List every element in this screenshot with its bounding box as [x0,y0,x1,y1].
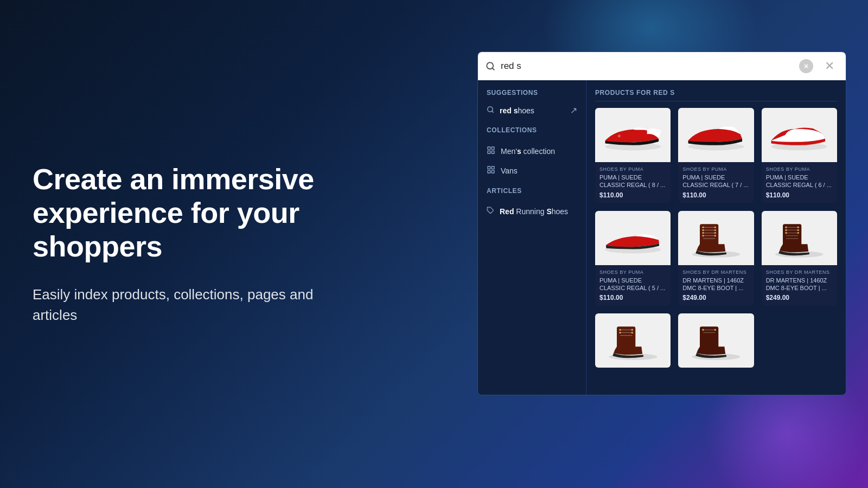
product-name-2: PUMA | SUEDE CLASSIC REGAL ( 7 / ... [682,174,749,189]
svg-point-52 [631,329,633,331]
svg-rect-5 [492,147,494,150]
product-name-5: DR MARTENS | 1460Z DMC 8-EYE BOOT | ... [682,277,749,292]
suggestion-text: red shoes [500,106,534,115]
product-price-2: $110.00 [682,191,749,199]
suggestion-arrow-icon: ↗ [570,105,577,115]
product-card-2[interactable]: SHOES BY PUMA PUMA | SUEDE CLASSIC REGAL… [678,108,754,203]
svg-point-14 [617,134,620,137]
product-info-4: SHOES BY PUMA PUMA | SUEDE CLASSIC REGAL… [595,265,671,306]
collection-mens-label: Men's collection [501,147,555,156]
product-name-6: DR MARTENS | 1460Z DMC 8-EYE BOOT | ... [766,277,833,292]
svg-point-27 [702,229,704,230]
collection-item-mens[interactable]: Men's collection [478,142,586,161]
article-item-red-running[interactable]: Red Running Shoes [478,202,586,220]
right-column: Products for red s [586,80,846,395]
collection-item-vans[interactable]: Vans [478,161,586,181]
search-body: Suggestions red shoes ↗ Collections [478,80,846,395]
articles-title: Articles [478,187,586,199]
svg-point-30 [714,232,716,233]
product-image-6 [762,211,837,265]
search-bar: × ✕ [478,52,846,80]
svg-point-25 [702,226,704,228]
sub-heading: Easily index products, collections, page… [33,285,347,325]
search-icon [486,61,495,71]
svg-point-60 [714,329,716,331]
products-grid: SHOES BY PUMA PUMA | SUEDE CLASSIC REGAL… [595,108,837,368]
svg-rect-11 [492,170,494,173]
product-brand-6: SHOES BY DR MARTENS [766,269,833,275]
product-card-8[interactable] [678,313,754,368]
collection-grid-icon [487,146,495,157]
suggestions-title: Suggestions [478,89,586,101]
product-image-8 [678,313,754,368]
product-price-1: $110.00 [599,191,666,199]
product-image-3 [762,108,837,162]
svg-point-42 [786,229,787,230]
product-info-6: SHOES BY DR MARTENS DR MARTENS | 1460Z D… [762,265,837,306]
svg-point-51 [619,329,621,331]
product-brand-2: SHOES BY PUMA [682,166,749,172]
product-price-3: $110.00 [766,191,833,199]
suggestion-item[interactable]: red shoes ↗ [478,101,586,120]
svg-point-40 [786,226,787,228]
svg-line-3 [492,111,494,113]
product-card-3[interactable]: SHOES BY PUMA PUMA | SUEDE CLASSIC REGAL… [762,108,837,203]
product-info-2: SHOES BY PUMA PUMA | SUEDE CLASSIC REGAL… [678,162,754,203]
svg-point-44 [786,232,787,233]
product-brand-1: SHOES BY PUMA [599,166,666,172]
svg-rect-10 [488,170,490,173]
product-brand-4: SHOES BY PUMA [599,269,666,275]
svg-point-26 [714,226,716,228]
product-image-7 [595,313,671,368]
svg-point-41 [797,226,799,228]
svg-rect-8 [488,166,490,169]
product-card-4[interactable]: SHOES BY PUMA PUMA | SUEDE CLASSIC REGAL… [595,211,671,306]
article-red-running-label: Red Running Shoes [500,207,568,216]
product-image-5 [678,211,754,265]
products-title: Products for red s [595,89,837,101]
svg-point-31 [702,235,704,236]
collection-vans-label: Vans [501,166,518,175]
svg-point-29 [702,232,704,233]
search-clear-button[interactable]: × [799,59,813,73]
svg-line-1 [492,68,494,69]
product-price-6: $249.00 [766,294,833,301]
search-close-button[interactable]: ✕ [821,57,838,75]
product-info-1: SHOES BY PUMA PUMA | SUEDE CLASSIC REGAL… [595,162,671,203]
svg-point-43 [797,229,799,230]
search-input[interactable] [501,61,794,72]
svg-point-59 [702,329,704,331]
product-card-1[interactable]: SHOES BY PUMA PUMA | SUEDE CLASSIC REGAL… [595,108,671,203]
svg-rect-6 [488,151,490,153]
product-card-6[interactable]: SHOES BY DR MARTENS DR MARTENS | 1460Z D… [762,211,837,306]
svg-point-45 [797,232,799,233]
svg-point-54 [631,332,633,333]
product-brand-5: SHOES BY DR MARTENS [682,269,749,275]
product-image-2 [678,108,754,162]
left-column: Suggestions red shoes ↗ Collections [478,80,586,395]
product-name-3: PUMA | SUEDE CLASSIC REGAL ( 6 / ... [766,174,833,189]
product-image-1 [595,108,671,162]
product-card-5[interactable]: SHOES BY DR MARTENS DR MARTENS | 1460Z D… [678,211,754,306]
product-brand-3: SHOES BY PUMA [766,166,833,172]
collection-grid-icon-2 [487,165,495,176]
product-card-7[interactable] [595,313,671,368]
left-panel: Create an immersive experience for your … [33,162,347,326]
suggestion-search-icon [487,106,494,115]
product-name-1: PUMA | SUEDE CLASSIC REGAL ( 8 / ... [599,174,666,189]
product-name-4: PUMA | SUEDE CLASSIC REGAL ( 5 / ... [599,277,666,292]
product-price-4: $110.00 [599,294,666,301]
svg-point-53 [619,332,621,333]
product-info-5: SHOES BY DR MARTENS DR MARTENS | 1460Z D… [678,265,754,306]
svg-rect-7 [492,151,494,153]
main-heading: Create an immersive experience for your … [33,162,347,263]
product-price-5: $249.00 [682,294,749,301]
svg-point-32 [714,235,716,236]
svg-point-28 [714,229,716,230]
collections-title: Collections [478,126,586,138]
product-image-4 [595,211,671,265]
svg-rect-4 [488,147,490,150]
article-tag-icon [487,207,494,216]
svg-rect-9 [492,166,494,169]
product-info-3: SHOES BY PUMA PUMA | SUEDE CLASSIC REGAL… [762,162,837,203]
